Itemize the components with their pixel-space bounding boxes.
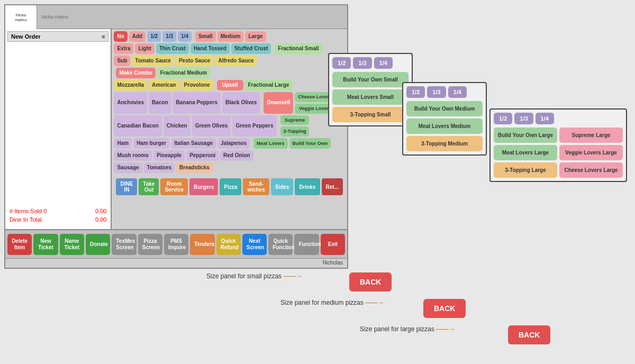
thin-crust-button[interactable]: Thin Crust <box>156 43 189 54</box>
pos-header: Nicka matics Nicka matics <box>5 5 347 29</box>
tomatoes-button[interactable]: Tomatoes <box>144 162 175 173</box>
breadsticks-button[interactable]: Breadsticks <box>176 162 213 173</box>
build-your-own-button[interactable]: Build Your Own <box>289 138 331 149</box>
new-ticket-button[interactable]: New Ticket <box>33 234 58 255</box>
quarter-button[interactable]: 1/4 <box>178 31 192 42</box>
pineapple-button[interactable]: Pineapple <box>153 150 185 161</box>
frac-small-third[interactable]: 1/3 <box>353 57 371 69</box>
stuffed-crust-button[interactable]: Stuffed Crust <box>231 43 271 54</box>
nav-dine-in[interactable]: DINE IN <box>116 178 137 195</box>
build-own-large-button[interactable]: Build Your Own Large <box>494 128 557 143</box>
meat-lovers-small-button[interactable]: Meat Lovers Small <box>332 89 409 105</box>
pesto-sauce-button[interactable]: Pesto Sauce <box>176 56 213 66</box>
upsell-button[interactable]: Upsell <box>217 80 243 90</box>
mozzarella-button[interactable]: Mozzarella <box>114 80 147 90</box>
green-peppers-button[interactable]: Green Peppers <box>232 115 276 137</box>
nav-sides[interactable]: Sides <box>271 178 294 195</box>
nav-sandwiches[interactable]: Sand-wiches <box>243 178 269 195</box>
bottom-toolbar: Delete Item New Ticket Name Ticket Donat… <box>5 229 347 258</box>
tenders-button[interactable]: Tenders <box>190 234 214 255</box>
donate-button[interactable]: Donate <box>86 234 110 255</box>
sausage-button[interactable]: Sausage <box>114 162 142 173</box>
add-button[interactable]: Add <box>129 31 146 42</box>
back-button-small[interactable]: BACK <box>349 272 392 292</box>
fractional-small-button[interactable]: Fractional Small <box>275 43 322 54</box>
quick-functions-button[interactable]: Quick Functions <box>268 234 293 255</box>
three-topping-medium-button[interactable]: 3-Topping Medium <box>406 136 483 151</box>
fractional-large-button[interactable]: Fractional Large <box>245 80 293 90</box>
build-own-small-button[interactable]: Build Your Own Small <box>332 72 409 87</box>
exit-button[interactable]: Exit <box>321 234 345 255</box>
three-topping-small-button[interactable]: 3-Topping Small <box>332 107 409 122</box>
pizza-screen-button[interactable]: Pizza Screen <box>138 234 162 255</box>
green-olives-button[interactable]: Green Olives <box>192 115 231 137</box>
texmex-screen-button[interactable]: TexMex Screen <box>112 234 136 255</box>
bacon-button[interactable]: Bacon <box>149 92 171 114</box>
jalapenos-button[interactable]: Jalapenos <box>217 138 250 149</box>
three-topping-button[interactable]: 3-Topping <box>280 126 310 136</box>
frac-small-quarter[interactable]: 1/4 <box>374 57 393 69</box>
nav-burgers[interactable]: Burgers <box>189 178 218 195</box>
back-button-large[interactable]: BACK <box>508 325 550 344</box>
size-small-button[interactable]: Small <box>195 31 216 42</box>
veggie-lovers-large-button[interactable]: Veggie Lovers Large <box>559 145 623 160</box>
alfredo-sauce-button[interactable]: Alfredo Sauce <box>215 56 257 66</box>
red-onion-button[interactable]: Red Onion <box>220 150 253 161</box>
sub-button[interactable]: Sub <box>114 56 130 66</box>
meat-lovers-button[interactable]: Meat Lovers <box>253 138 288 149</box>
hand-tossed-button[interactable]: Hand Tossed <box>190 43 230 54</box>
modifier-row-2: Extra Light Thin Crust Hand Tossed Stuff… <box>114 43 345 54</box>
pms-inquire-button[interactable]: PMS Inquire <box>164 234 188 255</box>
frac-medium-third[interactable]: 1/3 <box>427 86 446 98</box>
toppings-row-3: Ham Ham burger Italian Sausage Jalapenos… <box>114 138 345 149</box>
three-topping-large-button[interactable]: 3-Topping Large <box>494 162 557 178</box>
nav-drinks[interactable]: Drinks <box>295 178 320 195</box>
frac-large-quarter[interactable]: 1/4 <box>536 113 554 124</box>
provolone-button[interactable]: Provolone <box>181 80 213 90</box>
build-own-medium-button[interactable]: Build Your Own Medium <box>406 101 483 116</box>
tomato-sauce-button[interactable]: Tomato Sauce <box>132 56 174 66</box>
pepperoni-button[interactable]: Pepperoni <box>186 150 219 161</box>
anchovies-button[interactable]: Anchovies <box>114 92 147 114</box>
nav-take-out[interactable]: Take Out <box>139 178 159 195</box>
no-button[interactable]: No <box>114 31 127 42</box>
american-button[interactable]: American <box>149 80 179 90</box>
canadian-bacon-button[interactable]: Canadian Bacon <box>114 115 161 137</box>
light-button[interactable]: Light <box>135 43 154 54</box>
mushrooms-button[interactable]: Mush rooms <box>114 150 151 161</box>
name-ticket-button[interactable]: Name Ticket <box>60 234 84 255</box>
nav-pizza[interactable]: Pizza <box>220 178 241 195</box>
quick-refund-button[interactable]: Quick Refund <box>216 234 241 255</box>
make-combo-button[interactable]: Make Combo <box>116 68 155 78</box>
black-olives-button[interactable]: Black Olives <box>222 92 260 114</box>
back-button-medium[interactable]: BACK <box>423 299 466 318</box>
half-button[interactable]: 1/2 <box>147 31 161 42</box>
downsell-button[interactable]: Downsell <box>264 92 293 114</box>
frac-large-third[interactable]: 1/3 <box>514 113 533 124</box>
supreme-button[interactable]: Supreme <box>280 115 310 125</box>
nav-room-service[interactable]: Room Service <box>160 178 188 195</box>
hamburger-button[interactable]: Ham burger <box>133 138 169 149</box>
supreme-large-button[interactable]: Supreme Large <box>559 128 623 143</box>
items-sold-value: 0.00 <box>95 208 106 214</box>
next-screen-button[interactable]: Next Screen <box>242 234 267 255</box>
meat-lovers-medium-button[interactable]: Meat Lovers Medium <box>406 119 483 134</box>
italian-sausage-button[interactable]: Italian Sausage <box>171 138 216 149</box>
delete-item-button[interactable]: Delete Item <box>7 234 32 255</box>
frac-medium-half[interactable]: 1/2 <box>406 86 425 98</box>
functions-button[interactable]: Functions <box>294 234 319 255</box>
chicken-button[interactable]: Chicken <box>164 115 190 137</box>
fractional-medium-button[interactable]: Fractional Medium <box>157 68 210 78</box>
frac-large-half[interactable]: 1/2 <box>494 113 512 124</box>
meat-lovers-large-button[interactable]: Meat Lovers Large <box>494 145 557 160</box>
extra-button[interactable]: Extra <box>114 43 133 54</box>
banana-peppers-button[interactable]: Banana Peppers <box>173 92 221 114</box>
frac-small-half[interactable]: 1/2 <box>332 57 351 69</box>
size-large-button[interactable]: Large <box>245 31 266 42</box>
cheese-lovers-large-button[interactable]: Cheese Lovers Large <box>559 162 623 178</box>
nav-ret[interactable]: Ret... <box>322 178 343 195</box>
third-button[interactable]: 1/3 <box>162 31 176 42</box>
frac-medium-quarter[interactable]: 1/4 <box>448 86 467 98</box>
size-medium-button[interactable]: Medium <box>217 31 244 42</box>
ham-button[interactable]: Ham <box>114 138 132 149</box>
